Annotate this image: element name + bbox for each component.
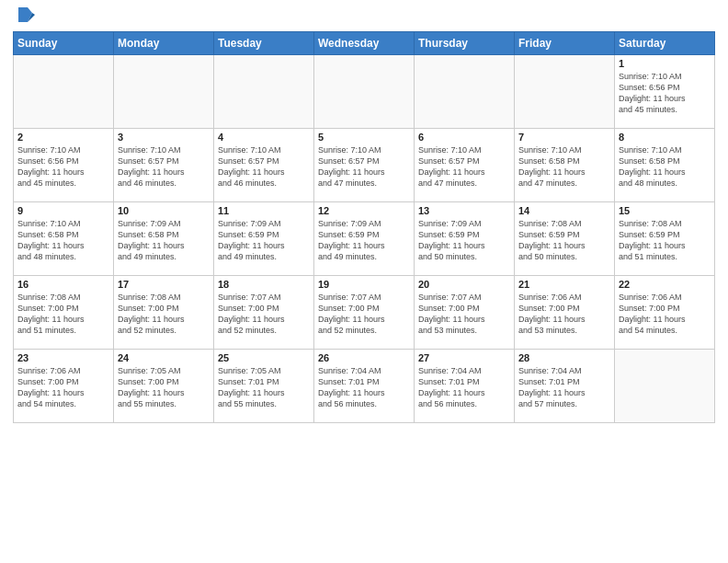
calendar-cell: 21Sunrise: 7:06 AM Sunset: 7:00 PM Dayli… bbox=[515, 276, 615, 350]
calendar: SundayMondayTuesdayWednesdayThursdayFrid… bbox=[13, 31, 715, 423]
calendar-cell: 22Sunrise: 7:06 AM Sunset: 7:00 PM Dayli… bbox=[615, 276, 715, 350]
day-number: 9 bbox=[17, 205, 109, 216]
day-info: Sunrise: 7:07 AM Sunset: 7:00 PM Dayligh… bbox=[318, 292, 410, 337]
calendar-cell: 19Sunrise: 7:07 AM Sunset: 7:00 PM Dayli… bbox=[314, 276, 415, 350]
calendar-cell: 1Sunrise: 7:10 AM Sunset: 6:56 PM Daylig… bbox=[615, 55, 715, 129]
calendar-cell: 25Sunrise: 7:05 AM Sunset: 7:01 PM Dayli… bbox=[214, 350, 314, 423]
week-row-4: 16Sunrise: 7:08 AM Sunset: 7:00 PM Dayli… bbox=[14, 276, 715, 350]
weekday-header-thursday: Thursday bbox=[415, 32, 515, 55]
day-info: Sunrise: 7:10 AM Sunset: 6:58 PM Dayligh… bbox=[619, 144, 711, 190]
calendar-cell: 24Sunrise: 7:05 AM Sunset: 7:00 PM Dayli… bbox=[114, 350, 214, 423]
day-info: Sunrise: 7:04 AM Sunset: 7:01 PM Dayligh… bbox=[518, 365, 610, 410]
calendar-cell: 5Sunrise: 7:10 AM Sunset: 6:57 PM Daylig… bbox=[314, 129, 415, 202]
day-number: 5 bbox=[318, 132, 410, 143]
week-row-3: 9Sunrise: 7:10 AM Sunset: 6:58 PM Daylig… bbox=[14, 202, 715, 276]
day-number: 8 bbox=[619, 132, 711, 143]
day-number: 11 bbox=[218, 205, 310, 216]
day-number: 6 bbox=[418, 132, 510, 143]
calendar-cell: 2Sunrise: 7:10 AM Sunset: 6:56 PM Daylig… bbox=[14, 129, 114, 202]
day-info: Sunrise: 7:09 AM Sunset: 6:58 PM Dayligh… bbox=[118, 218, 210, 263]
day-number: 1 bbox=[619, 58, 711, 69]
day-number: 22 bbox=[619, 279, 711, 290]
calendar-cell: 27Sunrise: 7:04 AM Sunset: 7:01 PM Dayli… bbox=[415, 350, 515, 423]
day-info: Sunrise: 7:08 AM Sunset: 6:59 PM Dayligh… bbox=[518, 218, 610, 263]
calendar-cell bbox=[214, 55, 314, 129]
day-number: 27 bbox=[418, 352, 510, 363]
day-info: Sunrise: 7:08 AM Sunset: 7:00 PM Dayligh… bbox=[118, 292, 210, 337]
calendar-cell: 11Sunrise: 7:09 AM Sunset: 6:59 PM Dayli… bbox=[214, 202, 314, 276]
day-info: Sunrise: 7:10 AM Sunset: 6:57 PM Dayligh… bbox=[218, 144, 310, 190]
calendar-cell: 18Sunrise: 7:07 AM Sunset: 7:00 PM Dayli… bbox=[214, 276, 314, 350]
calendar-cell bbox=[114, 55, 214, 129]
day-info: Sunrise: 7:06 AM Sunset: 7:00 PM Dayligh… bbox=[17, 365, 109, 410]
day-info: Sunrise: 7:06 AM Sunset: 7:00 PM Dayligh… bbox=[518, 292, 610, 337]
day-info: Sunrise: 7:05 AM Sunset: 7:01 PM Dayligh… bbox=[218, 365, 310, 410]
calendar-cell bbox=[314, 55, 415, 129]
weekday-header-sunday: Sunday bbox=[14, 32, 114, 55]
day-info: Sunrise: 7:10 AM Sunset: 6:57 PM Dayligh… bbox=[418, 144, 510, 190]
day-number: 15 bbox=[619, 205, 711, 216]
day-number: 10 bbox=[118, 205, 210, 216]
day-number: 20 bbox=[418, 279, 510, 290]
day-info: Sunrise: 7:09 AM Sunset: 6:59 PM Dayligh… bbox=[218, 218, 310, 263]
week-row-1: 1Sunrise: 7:10 AM Sunset: 6:56 PM Daylig… bbox=[14, 55, 715, 129]
calendar-cell: 8Sunrise: 7:10 AM Sunset: 6:58 PM Daylig… bbox=[615, 129, 715, 202]
day-number: 26 bbox=[318, 352, 410, 363]
svg-marker-0 bbox=[18, 7, 32, 22]
day-info: Sunrise: 7:07 AM Sunset: 7:00 PM Dayligh… bbox=[218, 292, 310, 337]
day-info: Sunrise: 7:10 AM Sunset: 6:56 PM Dayligh… bbox=[17, 144, 109, 190]
calendar-cell bbox=[515, 55, 615, 129]
day-number: 24 bbox=[118, 352, 210, 363]
day-number: 21 bbox=[518, 279, 610, 290]
calendar-cell: 26Sunrise: 7:04 AM Sunset: 7:01 PM Dayli… bbox=[314, 350, 415, 423]
day-info: Sunrise: 7:10 AM Sunset: 6:56 PM Dayligh… bbox=[619, 71, 711, 116]
day-info: Sunrise: 7:04 AM Sunset: 7:01 PM Dayligh… bbox=[418, 365, 510, 410]
weekday-header-monday: Monday bbox=[114, 32, 214, 55]
header bbox=[13, 9, 715, 26]
calendar-cell: 15Sunrise: 7:08 AM Sunset: 6:59 PM Dayli… bbox=[615, 202, 715, 276]
weekday-header-wednesday: Wednesday bbox=[314, 32, 415, 55]
day-number: 13 bbox=[418, 205, 510, 216]
day-number: 12 bbox=[318, 205, 410, 216]
calendar-cell: 9Sunrise: 7:10 AM Sunset: 6:58 PM Daylig… bbox=[14, 202, 114, 276]
calendar-cell: 4Sunrise: 7:10 AM Sunset: 6:57 PM Daylig… bbox=[214, 129, 314, 202]
day-number: 7 bbox=[518, 132, 610, 143]
day-number: 17 bbox=[118, 279, 210, 290]
weekday-header-friday: Friday bbox=[515, 32, 615, 55]
day-info: Sunrise: 7:07 AM Sunset: 7:00 PM Dayligh… bbox=[418, 292, 510, 337]
calendar-cell: 12Sunrise: 7:09 AM Sunset: 6:59 PM Dayli… bbox=[314, 202, 415, 276]
day-number: 3 bbox=[118, 132, 210, 143]
calendar-cell bbox=[415, 55, 515, 129]
day-info: Sunrise: 7:06 AM Sunset: 7:00 PM Dayligh… bbox=[619, 292, 711, 337]
calendar-cell: 14Sunrise: 7:08 AM Sunset: 6:59 PM Dayli… bbox=[515, 202, 615, 276]
weekday-header-saturday: Saturday bbox=[615, 32, 715, 55]
day-number: 25 bbox=[218, 352, 310, 363]
day-info: Sunrise: 7:10 AM Sunset: 6:57 PM Dayligh… bbox=[318, 144, 410, 190]
day-info: Sunrise: 7:04 AM Sunset: 7:01 PM Dayligh… bbox=[318, 365, 410, 410]
page: SundayMondayTuesdayWednesdayThursdayFrid… bbox=[0, 0, 728, 563]
day-number: 16 bbox=[17, 279, 109, 290]
day-info: Sunrise: 7:08 AM Sunset: 6:59 PM Dayligh… bbox=[619, 218, 711, 263]
day-number: 14 bbox=[518, 205, 610, 216]
day-info: Sunrise: 7:05 AM Sunset: 7:00 PM Dayligh… bbox=[118, 365, 210, 410]
weekday-header-row: SundayMondayTuesdayWednesdayThursdayFrid… bbox=[14, 32, 715, 55]
calendar-cell: 3Sunrise: 7:10 AM Sunset: 6:57 PM Daylig… bbox=[114, 129, 214, 202]
calendar-cell: 6Sunrise: 7:10 AM Sunset: 6:57 PM Daylig… bbox=[415, 129, 515, 202]
day-number: 23 bbox=[17, 352, 109, 363]
calendar-cell: 13Sunrise: 7:09 AM Sunset: 6:59 PM Dayli… bbox=[415, 202, 515, 276]
day-info: Sunrise: 7:10 AM Sunset: 6:58 PM Dayligh… bbox=[518, 144, 610, 190]
calendar-cell: 23Sunrise: 7:06 AM Sunset: 7:00 PM Dayli… bbox=[14, 350, 114, 423]
day-number: 18 bbox=[218, 279, 310, 290]
day-info: Sunrise: 7:10 AM Sunset: 6:57 PM Dayligh… bbox=[118, 144, 210, 190]
day-number: 4 bbox=[218, 132, 310, 143]
week-row-5: 23Sunrise: 7:06 AM Sunset: 7:00 PM Dayli… bbox=[14, 350, 715, 423]
day-number: 28 bbox=[518, 352, 610, 363]
day-number: 2 bbox=[17, 132, 109, 143]
weekday-header-tuesday: Tuesday bbox=[214, 32, 314, 55]
calendar-cell bbox=[615, 350, 715, 423]
day-number: 19 bbox=[318, 279, 410, 290]
day-info: Sunrise: 7:09 AM Sunset: 6:59 PM Dayligh… bbox=[318, 218, 410, 263]
day-info: Sunrise: 7:08 AM Sunset: 7:00 PM Dayligh… bbox=[17, 292, 109, 337]
calendar-cell: 17Sunrise: 7:08 AM Sunset: 7:00 PM Dayli… bbox=[114, 276, 214, 350]
day-info: Sunrise: 7:09 AM Sunset: 6:59 PM Dayligh… bbox=[418, 218, 510, 263]
